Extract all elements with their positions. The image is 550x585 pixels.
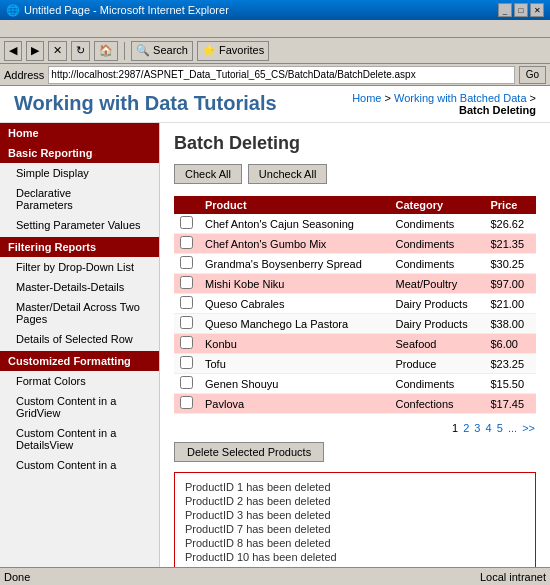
delete-selected-button[interactable]: Delete Selected Products bbox=[174, 442, 324, 462]
action-buttons-row: Check All Uncheck All bbox=[174, 164, 536, 184]
sidebar-item-format-colors[interactable]: Format Colors bbox=[0, 371, 159, 391]
sidebar-item-custom-content-gridview[interactable]: Custom Content in a GridView bbox=[0, 391, 159, 423]
status-bar: Done Local intranet bbox=[0, 567, 550, 585]
breadcrumb-parent[interactable]: Working with Batched Data bbox=[394, 92, 526, 104]
sidebar-item-simple-display[interactable]: Simple Display bbox=[0, 163, 159, 183]
cell-product-9: Pavlova bbox=[199, 394, 390, 414]
table-row: Queso CabralesDairy Products$21.00 bbox=[174, 294, 536, 314]
check-all-button[interactable]: Check All bbox=[174, 164, 242, 184]
stop-button[interactable]: ✕ bbox=[48, 41, 67, 61]
table-row: KonbuSeafood$6.00 bbox=[174, 334, 536, 354]
status-text: Done bbox=[4, 571, 30, 583]
deleted-message-3: ProductID 7 has been deleted bbox=[185, 523, 525, 535]
cell-product-4: Queso Cabrales bbox=[199, 294, 390, 314]
row-checkbox-8[interactable] bbox=[180, 376, 193, 389]
cell-category-5: Dairy Products bbox=[390, 314, 485, 334]
title-bar-controls[interactable]: _ □ ✕ bbox=[498, 3, 544, 17]
menu-bar bbox=[0, 20, 550, 38]
cell-category-9: Confections bbox=[390, 394, 485, 414]
breadcrumb-home[interactable]: Home bbox=[352, 92, 381, 104]
cell-category-6: Seafood bbox=[390, 334, 485, 354]
cell-price-0: $26.62 bbox=[484, 214, 536, 234]
col-header-price: Price bbox=[484, 196, 536, 214]
sidebar-section-customized-formatting[interactable]: Customized Formatting bbox=[0, 351, 159, 371]
row-checkbox-1[interactable] bbox=[180, 236, 193, 249]
address-bar: Address Go bbox=[0, 64, 550, 86]
uncheck-all-button[interactable]: Uncheck All bbox=[248, 164, 327, 184]
home-button[interactable]: 🏠 bbox=[94, 41, 118, 61]
page-title: Batch Deleting bbox=[174, 133, 536, 154]
sidebar-item-custom-content-other[interactable]: Custom Content in a bbox=[0, 455, 159, 475]
page-link-next[interactable]: >> bbox=[522, 422, 535, 434]
sidebar-section-filtering-reports[interactable]: Filtering Reports bbox=[0, 237, 159, 257]
refresh-button[interactable]: ↻ bbox=[71, 41, 90, 61]
table-row: PavlovaConfections$17.45 bbox=[174, 394, 536, 414]
cell-product-5: Queso Manchego La Pastora bbox=[199, 314, 390, 334]
sidebar-home[interactable]: Home bbox=[0, 123, 159, 143]
deleted-message-1: ProductID 2 has been deleted bbox=[185, 495, 525, 507]
page-number-1: 1 bbox=[452, 422, 458, 434]
close-button[interactable]: ✕ bbox=[530, 3, 544, 17]
sidebar-item-filter-dropdown[interactable]: Filter by Drop-Down List bbox=[0, 257, 159, 277]
table-row: Mishi Kobe NikuMeat/Poultry$97.00 bbox=[174, 274, 536, 294]
page-link-5[interactable]: 5 bbox=[497, 422, 503, 434]
sidebar-item-declarative-parameters[interactable]: DeclarativeParameters bbox=[0, 183, 159, 215]
sidebar-section-basic-reporting[interactable]: Basic Reporting bbox=[0, 143, 159, 163]
sidebar-item-details-selected-row[interactable]: Details of Selected Row bbox=[0, 329, 159, 349]
site-title: Working with Data Tutorials bbox=[14, 92, 277, 115]
forward-button[interactable]: ▶ bbox=[26, 41, 44, 61]
back-button[interactable]: ◀ bbox=[4, 41, 22, 61]
maximize-button[interactable]: □ bbox=[514, 3, 528, 17]
row-checkbox-6[interactable] bbox=[180, 336, 193, 349]
sidebar-item-custom-content-detailsview[interactable]: Custom Content in a DetailsView bbox=[0, 423, 159, 455]
cell-price-9: $17.45 bbox=[484, 394, 536, 414]
deleted-info-box: ProductID 1 has been deletedProductID 2 … bbox=[174, 472, 536, 574]
cell-product-1: Chef Anton's Gumbo Mix bbox=[199, 234, 390, 254]
cell-product-8: Genen Shouyu bbox=[199, 374, 390, 394]
toolbar: ◀ ▶ ✕ ↻ 🏠 🔍 Search ⭐ Favorites bbox=[0, 38, 550, 64]
cell-price-7: $23.25 bbox=[484, 354, 536, 374]
go-button[interactable]: Go bbox=[519, 66, 546, 84]
deleted-message-5: ProductID 10 has been deleted bbox=[185, 551, 525, 563]
cell-category-1: Condiments bbox=[390, 234, 485, 254]
cell-price-4: $21.00 bbox=[484, 294, 536, 314]
page-link-3[interactable]: 3 bbox=[474, 422, 480, 434]
col-header-category: Category bbox=[390, 196, 485, 214]
table-row: Chef Anton's Cajun SeasoningCondiments$2… bbox=[174, 214, 536, 234]
sidebar-item-master-details[interactable]: Master-Details-Details bbox=[0, 277, 159, 297]
row-checkbox-5[interactable] bbox=[180, 316, 193, 329]
main-wrapper: Working with Data Tutorials Home > Worki… bbox=[0, 86, 550, 585]
search-button[interactable]: 🔍 Search bbox=[131, 41, 193, 61]
row-checkbox-3[interactable] bbox=[180, 276, 193, 289]
cell-category-8: Condiments bbox=[390, 374, 485, 394]
cell-price-3: $97.00 bbox=[484, 274, 536, 294]
products-table: Product Category Price Chef Anton's Caju… bbox=[174, 196, 536, 414]
cell-product-6: Konbu bbox=[199, 334, 390, 354]
cell-product-0: Chef Anton's Cajun Seasoning bbox=[199, 214, 390, 234]
sidebar-item-master-detail-two-pages[interactable]: Master/Detail Across Two Pages bbox=[0, 297, 159, 329]
sidebar-item-setting-parameter-values[interactable]: Setting Parameter Values bbox=[0, 215, 159, 235]
minimize-button[interactable]: _ bbox=[498, 3, 512, 17]
row-checkbox-9[interactable] bbox=[180, 396, 193, 409]
cell-category-0: Condiments bbox=[390, 214, 485, 234]
cell-category-4: Dairy Products bbox=[390, 294, 485, 314]
content-area: Home Basic Reporting Simple Display Decl… bbox=[0, 123, 550, 585]
cell-product-2: Grandma's Boysenberry Spread bbox=[199, 254, 390, 274]
favorites-button[interactable]: ⭐ Favorites bbox=[197, 41, 269, 61]
table-row: TofuProduce$23.25 bbox=[174, 354, 536, 374]
page-link-4[interactable]: 4 bbox=[486, 422, 492, 434]
col-header-product: Product bbox=[199, 196, 390, 214]
breadcrumb: Home > Working with Batched Data > Batch… bbox=[352, 92, 536, 116]
row-checkbox-2[interactable] bbox=[180, 256, 193, 269]
page-link-ellipsis[interactable]: ... bbox=[508, 422, 517, 434]
cell-product-3: Mishi Kobe Niku bbox=[199, 274, 390, 294]
row-checkbox-7[interactable] bbox=[180, 356, 193, 369]
row-checkbox-4[interactable] bbox=[180, 296, 193, 309]
zone-text: Local intranet bbox=[480, 571, 546, 583]
table-row: Genen ShouyuCondiments$15.50 bbox=[174, 374, 536, 394]
address-input[interactable] bbox=[48, 66, 514, 84]
page-link-2[interactable]: 2 bbox=[463, 422, 469, 434]
cell-price-1: $21.35 bbox=[484, 234, 536, 254]
col-header-checkbox bbox=[174, 196, 199, 214]
row-checkbox-0[interactable] bbox=[180, 216, 193, 229]
